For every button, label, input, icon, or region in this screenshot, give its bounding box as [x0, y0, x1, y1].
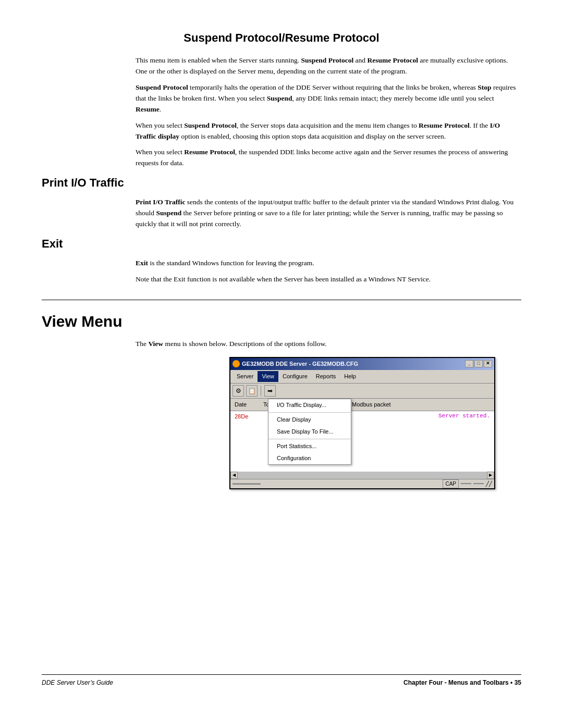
menu-server[interactable]: Server — [232, 371, 258, 382]
win-application: GE32MODB DDE Server - GE32MODB.CFG _ □ ✕… — [229, 357, 495, 489]
heading-exit: Exit — [42, 237, 521, 251]
menu-configure[interactable]: Configure — [278, 371, 312, 382]
footer-right: Chapter Four - Menus and Toolbars • 35 — [403, 679, 521, 686]
col-header-date: Date — [232, 400, 261, 410]
section-view-menu: View Menu The View menu is shown below. … — [42, 313, 521, 489]
para-print-1: Print I/O Traffic sends the contents of … — [136, 197, 521, 230]
win-content: I/O Traffic Display... Clear Display Sav… — [230, 399, 494, 472]
para-suspend-3: When you select Suspend Protocol, the Se… — [136, 120, 521, 142]
page: Suspend Protocol/Resume Protocol This me… — [0, 0, 563, 728]
win-statusbar: ▬▬▬▬▬▬ CAP ╱╱ — [230, 479, 494, 488]
titlebar-controls: _ □ ✕ — [465, 360, 492, 367]
dropdown-clear-display[interactable]: Clear Display — [268, 414, 351, 426]
body-view-intro: The View menu is shown below. Descriptio… — [136, 339, 521, 489]
dropdown-io-traffic[interactable]: I/O Traffic Display... — [268, 399, 351, 411]
maximize-button[interactable]: □ — [474, 360, 483, 367]
section-print-io: Print I/O Traffic Print I/O Traffic send… — [42, 176, 521, 230]
win-titlebar: GE32MODB DDE Server - GE32MODB.CFG _ □ ✕ — [230, 358, 494, 370]
para-view-intro: The View menu is shown below. Descriptio… — [136, 339, 521, 350]
para-suspend-1: This menu item is enabled when the Serve… — [136, 55, 521, 77]
section-suspend-protocol: Suspend Protocol/Resume Protocol This me… — [42, 31, 521, 169]
para-suspend-4: When you select Resume Protocol, the sus… — [136, 147, 521, 169]
dropdown-port-statistics[interactable]: Port Statistics... — [268, 440, 351, 452]
para-suspend-2: Suspend Protocol temporarily halts the o… — [136, 82, 521, 115]
dropdown-sep-1 — [268, 412, 351, 413]
para-exit-2: Note that the Exit function is not avail… — [136, 274, 521, 285]
resize-handle: ╱╱ — [486, 480, 492, 488]
status-text-left: ▬▬▬▬▬▬ — [232, 480, 261, 487]
body-suspend-protocol: This menu item is enabled when the Serve… — [136, 55, 521, 169]
dropdown-sep-2 — [268, 439, 351, 439]
heading-print-io: Print I/O Traffic — [42, 176, 521, 190]
scroll-left-arrow[interactable]: ◀ — [230, 472, 238, 479]
para-exit-1: Exit is the standard Windows function fo… — [136, 258, 521, 269]
section-exit: Exit Exit is the standard Windows functi… — [42, 237, 521, 285]
heading-suspend-protocol: Suspend Protocol/Resume Protocol — [42, 31, 521, 45]
footer-left: DDE Server User’s Guide — [42, 679, 113, 686]
content-area: Suspend Protocol/Resume Protocol This me… — [42, 31, 521, 674]
cell-date: 28De — [232, 412, 261, 422]
scroll-track[interactable] — [238, 472, 487, 479]
menu-reports[interactable]: Reports — [312, 371, 340, 382]
screenshot-container: GE32MODB DDE Server - GE32MODB.CFG _ □ ✕… — [229, 357, 521, 489]
col-header-modbus: Modbus packet — [350, 400, 412, 410]
menu-view[interactable]: View — [258, 371, 278, 382]
status-box-2 — [473, 483, 484, 484]
page-footer: DDE Server User’s Guide Chapter Four - M… — [42, 674, 521, 686]
toolbar-btn-2[interactable]: 📋 — [246, 385, 258, 397]
win-hscrollbar[interactable]: ◀ ▶ — [230, 472, 494, 479]
toolbar-separator — [261, 386, 261, 396]
body-print-io: Print I/O Traffic sends the contents of … — [136, 197, 521, 230]
app-icon — [232, 360, 240, 367]
dropdown-configuration[interactable]: Configuration — [268, 452, 351, 464]
close-button[interactable]: ✕ — [484, 360, 492, 367]
dropdown-save-display[interactable]: Save Display To File... — [268, 426, 351, 438]
body-exit: Exit is the standard Windows function fo… — [136, 258, 521, 285]
menu-help[interactable]: Help — [340, 371, 360, 382]
toolbar-btn-1[interactable]: ⚙ — [232, 385, 244, 397]
view-dropdown: I/O Traffic Display... Clear Display Sav… — [268, 399, 351, 465]
win-toolbar: ⚙ 📋 ➡ — [230, 384, 494, 399]
heading-view-menu: View Menu — [42, 313, 521, 330]
section-divider — [42, 300, 521, 300]
minimize-button[interactable]: _ — [465, 360, 473, 367]
status-box-1 — [461, 483, 471, 484]
server-started-text: Server started. — [438, 412, 492, 422]
scroll-right-arrow[interactable]: ▶ — [487, 472, 494, 479]
win-menubar: Server View Configure Reports Help — [230, 370, 494, 384]
win-title: GE32MODB DDE Server - GE32MODB.CFG — [242, 360, 358, 368]
toolbar-btn-3[interactable]: ➡ — [264, 385, 276, 397]
titlebar-left: GE32MODB DDE Server - GE32MODB.CFG — [232, 360, 358, 368]
status-cap-badge: CAP — [443, 479, 459, 489]
